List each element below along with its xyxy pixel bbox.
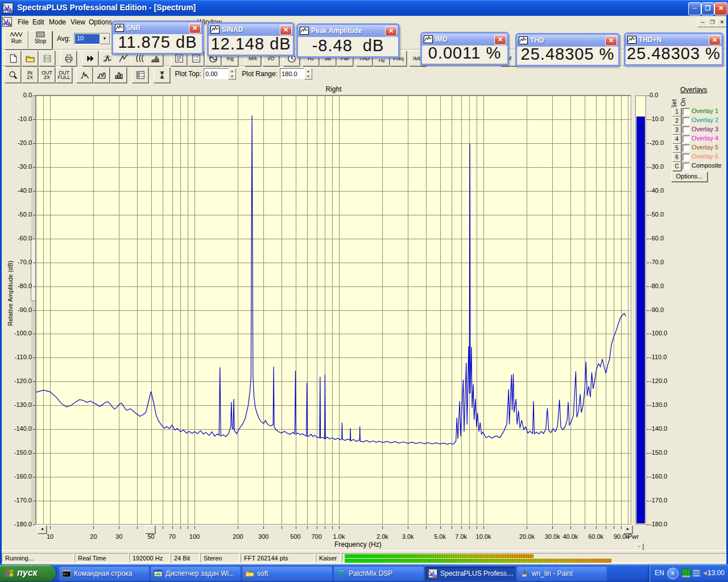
x-tick-label: 40.0k [562, 533, 578, 540]
menu-item-edit[interactable]: Edit [31, 18, 46, 27]
menu-item-view[interactable]: View [69, 18, 87, 27]
overlays-header: Overlays [680, 86, 707, 94]
meter-window-peak-amplitude[interactable]: Peak Amplitude ✕ -8.48 dB [296, 23, 400, 58]
taskbar-task-folder[interactable]: soft [242, 566, 333, 581]
toolbar-button-open[interactable] [22, 51, 38, 66]
toolbar-button-zoom[interactable] [5, 67, 21, 83]
toolbar-button-zoom-out-full[interactable]: OUT FULL [56, 67, 72, 83]
meter-window-thd[interactable]: THD ✕ 25.48305 % [515, 33, 620, 66]
y-tick-mark [33, 263, 35, 263]
close-button[interactable]: ✕ [714, 2, 727, 15]
toolbar-button-step-mode[interactable] [93, 67, 110, 83]
list-icon [175, 54, 184, 64]
meter-title: SNR [126, 24, 140, 32]
language-indicator[interactable]: EN [655, 569, 664, 577]
scroll-left-button[interactable]: ◄ [38, 525, 47, 534]
document-icon [2, 17, 12, 27]
x-tick-label: 30.0k [545, 533, 560, 540]
overlay-set-button-4[interactable]: 4 [672, 135, 681, 144]
y-tick-mark [33, 405, 35, 406]
y-tick-mark [33, 357, 35, 358]
close-icon[interactable]: ✕ [385, 26, 397, 36]
tray-app-icon-stack[interactable] [692, 569, 701, 577]
start-button[interactable]: пуск [0, 565, 56, 581]
overlay-label: Overlay 4 [692, 135, 718, 142]
meter-value: 0.0011 % [422, 44, 507, 63]
plot-range-input[interactable] [280, 68, 305, 79]
x-axis-title: Frequency (Hz) [334, 541, 382, 548]
y-tick-label-right: -40.0 [650, 187, 678, 194]
toolbar-button-fast-forward[interactable] [82, 51, 98, 66]
tray-app-icon-green[interactable] [682, 569, 690, 577]
meter-window-sinad[interactable]: SINAD ✕ 12.148 dB [207, 22, 295, 56]
print-icon [64, 54, 73, 64]
toolbar-button-save[interactable] [39, 51, 55, 66]
meter-window-snr[interactable]: SNR ✕ 11.875 dB [111, 20, 204, 55]
taskbar-task-cmd[interactable]: C:\Командная строка [59, 566, 150, 581]
system-tray: EN ‹ 13:00 [650, 564, 728, 582]
toolbar-button-print[interactable] [60, 51, 77, 66]
chevron-down-icon[interactable]: ▼ [100, 34, 110, 44]
overlay-checkbox-c[interactable] [682, 163, 690, 170]
avg-combobox[interactable]: 10 ▼ [74, 33, 110, 45]
x-tick-mark [238, 526, 238, 529]
spectra-icon [428, 569, 437, 578]
taskbar-task-taskmgr[interactable]: Диспетчер задач Wi... [150, 566, 241, 581]
window-border-left [0, 16, 2, 564]
minimize-button[interactable]: ─ [688, 2, 701, 15]
meter-titlebar[interactable]: SINAD ✕ [209, 24, 293, 36]
taskbar-task-spectra[interactable]: SpectraPLUS Professi... [425, 566, 516, 581]
overlay-checkbox-5[interactable] [682, 144, 690, 152]
toolbar-button-new[interactable] [5, 51, 21, 66]
taskbar-task-patchmix[interactable]: PatchMix DSP [333, 566, 424, 581]
overlay-set-button-6[interactable]: 6 [672, 153, 681, 162]
toolbar-button-display-options[interactable] [132, 67, 148, 83]
overlay-set-button-1[interactable]: 1 [672, 107, 681, 117]
tray-chevron-icon[interactable]: ‹ [667, 568, 679, 579]
close-icon[interactable]: ✕ [280, 25, 292, 35]
menu-item-file[interactable]: File [16, 18, 30, 27]
plot-top-spinner[interactable]: ▲▼ [228, 68, 235, 79]
plot-range-spinner[interactable]: ▲▼ [304, 68, 312, 79]
overlay-checkbox-4[interactable] [682, 135, 690, 143]
toolbar-button-spectrum-mode[interactable] [76, 67, 93, 83]
toolbar-button-zoom-out-2x[interactable]: OUT 2X [39, 67, 55, 83]
taskbar-task-paint[interactable]: wn_lin - Paint [516, 566, 607, 581]
toolbar-button-bar-mode[interactable] [110, 67, 127, 83]
plot-top-input[interactable] [204, 68, 229, 79]
overlay-set-button-c[interactable]: C [672, 162, 681, 171]
overlay-options-button[interactable]: Options... [671, 172, 708, 182]
overlay-checkbox-3[interactable] [682, 126, 690, 134]
scroll-right-button[interactable]: ► [623, 525, 632, 534]
maximize-button[interactable]: ❐ [701, 2, 714, 15]
menu-item-options[interactable]: Options [87, 18, 114, 27]
meter-window-imd[interactable]: IMD ✕ 0.0011 % [420, 32, 509, 65]
peak-shape-icon [80, 70, 89, 80]
meter-titlebar[interactable]: SNR ✕ [113, 22, 202, 34]
spectrum-plot[interactable] [36, 95, 631, 525]
meter-window-thd-n[interactable]: THD+N ✕ 25.48303 % [624, 32, 723, 66]
overlay-checkbox-1[interactable] [682, 108, 690, 115]
y-tick-mark [647, 215, 649, 215]
run-button[interactable]: Run [5, 31, 28, 49]
y-tick-label-left: -120.0 [7, 377, 32, 384]
toolbar-button-zoom-in-2x[interactable]: IN 2X [22, 67, 38, 83]
menu-item-mode[interactable]: Mode [47, 18, 68, 27]
y-tick-mark [647, 263, 649, 263]
start-button-label: пуск [17, 568, 38, 578]
overlay-label: Composite [692, 162, 722, 169]
y-tick-label-left: 0.0 [7, 92, 32, 98]
overlay-checkbox-6[interactable] [682, 153, 690, 161]
overlay-checkbox-2[interactable] [682, 117, 690, 124]
overlay-set-button-5[interactable]: 5 [672, 144, 681, 153]
meter-titlebar[interactable]: Peak Amplitude ✕ [298, 25, 398, 37]
plot-top-label: Plot Top: [169, 70, 201, 78]
overlay-set-button-3[interactable]: 3 [672, 126, 681, 135]
overlay-set-button-2[interactable]: 2 [672, 117, 681, 126]
y-tick-mark [647, 453, 649, 454]
toolbar-button-amplitude-scale[interactable] [154, 67, 170, 83]
scroll-thumb[interactable] [145, 525, 155, 534]
close-icon[interactable]: ✕ [189, 23, 201, 34]
y-tick-label-left: -60.0 [7, 235, 32, 242]
stop-button[interactable]: Stop [28, 31, 52, 49]
